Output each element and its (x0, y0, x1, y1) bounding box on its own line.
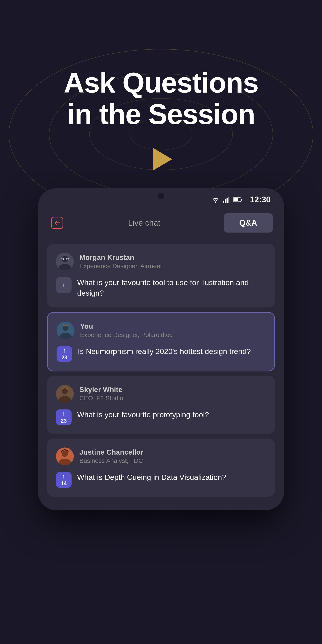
user-name: Skyler White (80, 386, 123, 394)
svg-rect-6 (226, 198, 228, 203)
user-details: Morgan Krustan Experience Designer, Airm… (80, 253, 162, 270)
signal-icon (223, 196, 230, 203)
user-info: You Experience Designer, Polaroid.cc (56, 322, 266, 340)
avatar (56, 385, 74, 403)
svg-rect-9 (234, 198, 238, 201)
you-avatar-icon (56, 322, 74, 340)
user-details: Justine Chancellor Business Analyst, TDC (80, 448, 143, 464)
tab-live-chat[interactable]: Live chat (72, 214, 217, 232)
vote-button[interactable]: ↑ (56, 277, 72, 293)
battery-icon (233, 197, 242, 202)
question-row: ↑ 23 What is your favourite prototyping … (56, 410, 266, 425)
user-info: Skyler White CEO, F2 Studio (56, 385, 266, 403)
tab-qa[interactable]: Q&A (224, 213, 273, 232)
svg-point-23 (62, 388, 68, 394)
question-row: ↑ What is your favourite tool to use for… (56, 277, 266, 298)
avatar (56, 253, 74, 270)
question-row: ↑ 23 Is Neumorphism really 2020's hottes… (56, 346, 266, 362)
svg-rect-10 (241, 199, 242, 200)
user-role: CEO, F2 Studio (80, 395, 123, 402)
svg-rect-7 (228, 196, 229, 203)
upvote-arrow-icon: ↑ (63, 347, 66, 354)
user-info: Justine Chancellor Business Analyst, TDC (56, 448, 266, 465)
back-icon (51, 217, 63, 229)
question-text: What is your favourite tool to use for I… (77, 277, 266, 298)
svg-point-26 (62, 450, 68, 457)
question-row: ↑ 14 What is Depth Cueing in Data Visual… (56, 472, 266, 488)
svg-rect-4 (223, 200, 224, 203)
question-card: Skyler White CEO, F2 Studio ↑ 23 What is… (47, 376, 275, 434)
user-details: Skyler White CEO, F2 Studio (80, 386, 123, 402)
vote-button-active[interactable]: ↑ 14 (56, 472, 72, 488)
vote-count: 14 (61, 480, 67, 486)
wifi-icon (212, 196, 220, 203)
vote-button-active[interactable]: ↑ 23 (56, 410, 72, 425)
vote-count: 23 (61, 418, 67, 424)
question-card: Morgan Krustan Experience Designer, Airm… (47, 244, 275, 308)
question-text: What is your favourite prototyping tool? (77, 410, 209, 420)
user-role: Experience Designer, Airmeet (80, 262, 162, 270)
hero-title: Ask Questions in the Session (60, 67, 262, 130)
morgan-avatar-icon (56, 253, 74, 270)
skyler-avatar-icon (56, 385, 74, 403)
user-name: Justine Chancellor (80, 448, 143, 456)
user-role: Business Analyst, TDC (80, 457, 143, 464)
play-triangle-icon (153, 148, 172, 170)
user-name: You (80, 322, 172, 330)
user-name: Morgan Krustan (80, 253, 162, 262)
questions-list: Morgan Krustan Experience Designer, Airm… (38, 239, 284, 510)
question-card-highlighted: You Experience Designer, Polaroid.cc ↑ 2… (47, 312, 275, 372)
upvote-arrow-icon: ↑ (62, 282, 65, 288)
camera-notch (158, 193, 164, 199)
question-text: Is Neumorphism really 2020's hottest des… (78, 346, 251, 357)
upvote-arrow-icon: ↑ (62, 410, 65, 417)
status-icons: 12:30 (212, 195, 270, 204)
hero-section: Ask Questions in the Session (0, 0, 322, 170)
play-icon-container[interactable] (150, 148, 172, 170)
justine-avatar-icon (56, 448, 74, 465)
status-bar: 12:30 (38, 188, 284, 209)
status-time: 12:30 (250, 195, 270, 204)
vote-count: 23 (62, 354, 68, 361)
svg-rect-5 (225, 199, 226, 203)
question-text: What is Depth Cueing in Data Visualizati… (77, 472, 226, 483)
avatar (56, 448, 74, 465)
phone-mockup-container: 12:30 Live chat Q&A (38, 188, 284, 510)
user-details: You Experience Designer, Polaroid.cc (80, 322, 172, 338)
user-info: Morgan Krustan Experience Designer, Airm… (56, 253, 266, 270)
question-card: Justine Chancellor Business Analyst, TDC… (47, 438, 275, 497)
upvote-arrow-icon: ↑ (62, 473, 65, 480)
back-button[interactable] (49, 215, 65, 231)
vote-button-active[interactable]: ↑ 23 (56, 346, 72, 362)
avatar (56, 322, 74, 340)
nav-tabs: Live chat Q&A (38, 209, 284, 239)
phone-mockup: 12:30 Live chat Q&A (38, 188, 284, 510)
user-role: Experience Designer, Polaroid.cc (80, 332, 172, 338)
